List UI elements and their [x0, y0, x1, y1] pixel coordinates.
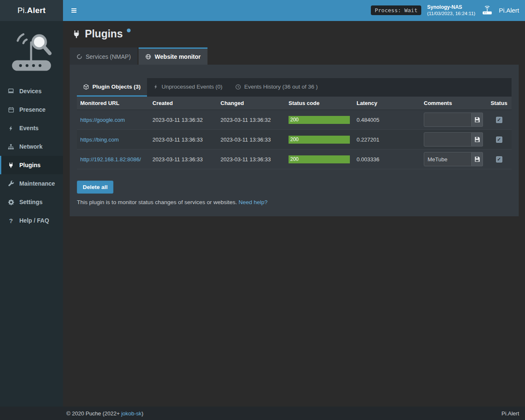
laptop-icon: [7, 88, 15, 94]
bolt-icon: [153, 84, 158, 89]
author-link[interactable]: jokob-sk: [121, 410, 142, 417]
changed-cell: 2023-03-11 13:36:32: [217, 110, 285, 130]
table-row: https://google.com 2023-03-11 13:36:32 2…: [77, 110, 512, 130]
tab-label: Website monitor: [155, 53, 200, 60]
calendar-icon: [7, 107, 15, 113]
tab-services-nmap[interactable]: Services (NMAP): [70, 47, 137, 65]
save-comment-button[interactable]: [472, 152, 483, 166]
column-header-changed: Changed: [217, 97, 285, 110]
column-header-comments: Comments: [420, 97, 486, 110]
host-name: Synology-NAS: [427, 4, 475, 10]
page-title: Plugins: [72, 28, 519, 40]
monitored-urls-table: Monitored URL Created Changed Status cod…: [77, 97, 512, 169]
sidebar-item-label: Plugins: [19, 162, 41, 168]
sitemap-icon: [7, 144, 15, 150]
sidebar-item-help-faq[interactable]: ? Help / FAQ: [0, 211, 63, 230]
column-header-latency: Latency: [353, 97, 420, 110]
created-cell: 2023-03-11 13:36:33: [149, 130, 217, 150]
status-checkbox[interactable]: ✓: [496, 136, 502, 143]
status-code-bar: 200: [289, 116, 350, 124]
save-comment-button[interactable]: [472, 132, 483, 147]
table-row: https://bing.com 2023-03-11 13:36:33 202…: [77, 130, 512, 150]
spinner-icon: [76, 54, 82, 60]
sidebar-nav: Devices Presence Events Network: [0, 82, 63, 230]
plugin-table-body: https://google.com 2023-03-11 13:36:32 2…: [77, 110, 512, 169]
plug-icon: [7, 162, 15, 168]
comment-group: [424, 113, 483, 127]
gear-icon: [7, 199, 15, 205]
sidebar: Devices Presence Events Network: [0, 21, 63, 407]
status-checkbox[interactable]: ✓: [496, 156, 502, 163]
column-header-status: Status: [486, 97, 512, 110]
sidebar-toggle-button[interactable]: [63, 0, 85, 21]
latency-cell: 0.484005: [353, 110, 420, 130]
sidebar-item-label: Settings: [19, 199, 42, 205]
need-help-link[interactable]: Need help?: [239, 199, 268, 205]
app-root: Pi.Alert Process: Wait Synology-NAS (11/…: [0, 0, 525, 420]
monitored-url-link[interactable]: https://google.com: [80, 117, 125, 123]
plugins-info-badge[interactable]: [127, 29, 131, 32]
sidebar-item-label: Devices: [19, 88, 42, 94]
comment-group: [424, 132, 483, 147]
plug-icon: [72, 30, 81, 39]
tab-website-monitor[interactable]: Website monitor: [139, 47, 207, 65]
host-info: Synology-NAS (11/03/2023, 16:24:11): [427, 4, 475, 17]
globe-icon: [145, 54, 151, 60]
comment-input[interactable]: [424, 113, 472, 127]
question-icon: ?: [7, 217, 15, 224]
tab-events-history[interactable]: Events History (36 out of 36 ): [229, 78, 324, 97]
comment-input[interactable]: [424, 152, 472, 166]
hamburger-icon: [71, 7, 77, 14]
column-header-status-code: Status code: [285, 97, 353, 110]
status-code-bar: 200: [289, 155, 350, 163]
tab-plugin-objects[interactable]: Plugin Objects (3): [77, 78, 147, 97]
router-icon: [481, 6, 493, 15]
page-title-text: Plugins: [85, 28, 123, 40]
sidebar-item-settings[interactable]: Settings: [0, 193, 63, 211]
changed-cell: 2023-03-11 13:36:33: [217, 150, 285, 169]
pialert-logo: [0, 21, 63, 82]
monitored-url-link[interactable]: http://192.168.1.82:8086/: [80, 156, 141, 163]
brand-prefix: Pi.: [17, 6, 27, 15]
plugin-tabs: Services (NMAP) Website monitor: [70, 47, 519, 65]
tab-label: Events History (36 out of 36 ): [244, 84, 318, 90]
created-cell: 2023-03-11 13:36:32: [149, 110, 217, 130]
table-row: http://192.168.1.82:8086/ 2023-03-11 13:…: [77, 150, 512, 169]
sidebar-item-label: Maintenance: [19, 180, 55, 187]
plugin-section-tabs: Plugin Objects (3) Unprocessed Events (0…: [77, 78, 512, 97]
main-content: Plugins Services (NMAP) Website monitor: [63, 21, 525, 407]
save-comment-button[interactable]: [472, 113, 483, 127]
latency-cell: 0.003336: [353, 150, 420, 169]
footer-copyright: © 2020 Puche (2022+ jokob-sk): [66, 410, 143, 417]
cube-icon: [83, 84, 89, 90]
column-header-created: Created: [149, 97, 217, 110]
tab-label: Services (NMAP): [86, 53, 131, 60]
delete-all-button[interactable]: Delete all: [77, 181, 113, 194]
process-status-badge: Process: Wait: [371, 5, 421, 15]
sidebar-item-events[interactable]: Events: [0, 119, 63, 137]
monitored-url-link[interactable]: https://bing.com: [80, 136, 119, 143]
comment-group: [424, 152, 483, 166]
sidebar-item-network[interactable]: Network: [0, 137, 63, 156]
sidebar-item-presence[interactable]: Presence: [0, 100, 63, 119]
column-header-monitored-url: Monitored URL: [77, 97, 149, 110]
comment-input[interactable]: [424, 132, 472, 147]
sidebar-item-plugins[interactable]: Plugins: [0, 156, 63, 174]
status-checkbox[interactable]: ✓: [496, 117, 502, 123]
host-timestamp: (11/03/2023, 16:24:11): [427, 10, 475, 17]
save-icon: [474, 117, 480, 123]
latency-cell: 0.227201: [353, 130, 420, 150]
tab-unprocessed-events[interactable]: Unprocessed Events (0): [147, 78, 229, 97]
tab-label: Plugin Objects (3): [92, 84, 141, 90]
sidebar-item-maintenance[interactable]: Maintenance: [0, 174, 63, 193]
status-code-bar: 200: [289, 136, 350, 144]
clock-icon: [235, 84, 241, 90]
navbar: Process: Wait Synology-NAS (11/03/2023, …: [63, 0, 525, 21]
wrench-icon: [7, 181, 15, 187]
brand-logo[interactable]: Pi.Alert: [0, 0, 63, 21]
sidebar-item-devices[interactable]: Devices: [0, 82, 63, 100]
save-icon: [474, 136, 480, 142]
navbar-app-name: Pi.Alert: [499, 7, 519, 14]
navbar-right: Process: Wait Synology-NAS (11/03/2023, …: [371, 4, 519, 17]
tab-label: Unprocessed Events (0): [162, 84, 223, 90]
